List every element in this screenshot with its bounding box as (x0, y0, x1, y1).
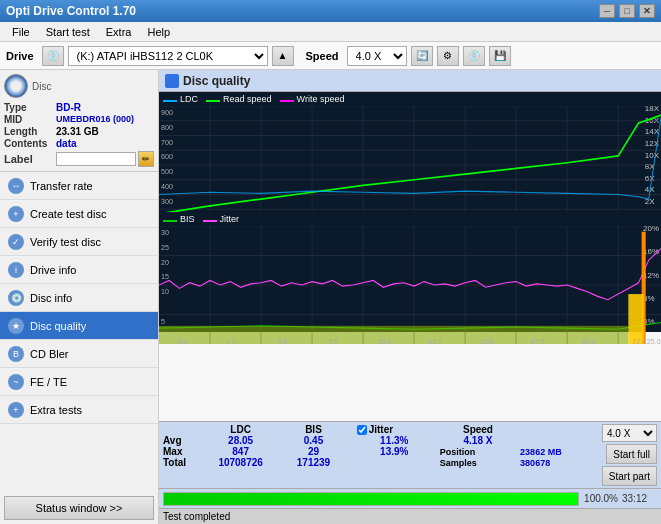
disc-button[interactable]: 💿 (463, 46, 485, 66)
refresh-button[interactable]: 🔄 (411, 46, 433, 66)
bottom-chart-svg: 30 25 20 15 10 5 0.0 2.5 5.0 7.5 10.0 12… (159, 226, 661, 344)
sidebar-item-extra-tests[interactable]: + Extra tests (0, 396, 158, 424)
progress-percent: 100.0% (583, 493, 618, 504)
main-layout: Disc Type BD-R MID UMEBDR016 (000) Lengt… (0, 70, 661, 524)
max-ldc: 847 (199, 446, 282, 457)
menu-start-test[interactable]: Start test (38, 24, 98, 40)
menu-file[interactable]: File (4, 24, 38, 40)
nav-transfer-rate-label: Transfer rate (30, 180, 93, 192)
svg-text:25: 25 (161, 242, 169, 251)
svg-text:25.0 GB: 25.0 GB (647, 337, 661, 344)
drive-selector[interactable]: (K:) ATAPI iHBS112 2 CL0K (68, 46, 268, 66)
sidebar-item-disc-info[interactable]: 💿 Disc info (0, 284, 158, 312)
top-chart-legend: LDC Read speed Write speed (163, 94, 344, 104)
verify-disc-icon: ✓ (8, 234, 24, 250)
bottom-chart: BIS Jitter 20%16%12%8%4% (159, 212, 661, 332)
maximize-button[interactable]: □ (619, 4, 635, 18)
stats-table: LDC BIS Jitter Speed Avg 28. (163, 424, 598, 468)
content-area: Disc quality LDC Read speed (159, 70, 661, 524)
jitter-label: Jitter (220, 214, 240, 224)
status-bar: Test completed (159, 508, 661, 524)
speed-selector[interactable]: 4.0 X (347, 46, 407, 66)
progress-time: 33:12 (622, 493, 657, 504)
legend-read-speed: Read speed (206, 94, 272, 104)
drive-info-icon: i (8, 262, 24, 278)
svg-text:5: 5 (161, 316, 165, 325)
progress-track (163, 492, 579, 506)
save-button[interactable]: 💾 (489, 46, 511, 66)
avg-jitter: 11.3% (353, 435, 436, 446)
sidebar-item-create-test-disc[interactable]: + Create test disc (0, 200, 158, 228)
eject-button[interactable]: ▲ (272, 46, 294, 66)
svg-text:700: 700 (161, 137, 173, 146)
total-bis: 171239 (282, 457, 344, 468)
bottom-chart-legend: BIS Jitter (163, 214, 239, 224)
disc-quality-panel-icon (165, 74, 179, 88)
svg-text:400: 400 (161, 181, 173, 190)
svg-text:15.0: 15.0 (479, 337, 493, 344)
start-full-button[interactable]: Start full (606, 444, 657, 464)
window-controls: ─ □ ✕ (599, 4, 655, 18)
sidebar-item-cd-bler[interactable]: B CD Bler (0, 340, 158, 368)
progress-fill (164, 493, 578, 505)
write-speed-color (280, 100, 294, 102)
start-part-button[interactable]: Start part (602, 466, 657, 486)
label-input[interactable] (56, 152, 136, 166)
svg-text:500: 500 (161, 167, 173, 176)
sidebar-item-transfer-rate[interactable]: ↔ Transfer rate (0, 172, 158, 200)
right-buttons: 4.0 X Start full Start part (602, 424, 657, 486)
max-row-label: Max (163, 446, 199, 457)
jitter-checkbox[interactable] (357, 425, 367, 435)
nav-disc-quality-label: Disc quality (30, 320, 86, 332)
read-speed-label: Read speed (223, 94, 272, 104)
nav-disc-info-label: Disc info (30, 292, 72, 304)
settings-button[interactable]: ⚙ (437, 46, 459, 66)
sidebar-item-drive-info[interactable]: i Drive info (0, 256, 158, 284)
svg-text:900: 900 (161, 108, 173, 117)
svg-text:800: 800 (161, 122, 173, 131)
ldc-col-header: LDC (199, 424, 282, 435)
contents-key: Contents (4, 138, 56, 149)
minimize-button[interactable]: ─ (599, 4, 615, 18)
svg-text:0.0: 0.0 (177, 337, 187, 344)
menu-extra[interactable]: Extra (98, 24, 140, 40)
contents-value: data (56, 138, 77, 149)
disc-length-row: Length 23.31 GB (4, 126, 154, 137)
mid-key: MID (4, 114, 56, 125)
status-window-button[interactable]: Status window >> (4, 496, 154, 520)
speed-label: Speed (306, 50, 339, 62)
disc-info-icon: 💿 (8, 290, 24, 306)
avg-ldc: 28.05 (199, 435, 282, 446)
sidebar-item-disc-quality[interactable]: ★ Disc quality (0, 312, 158, 340)
disc-contents-row: Contents data (4, 138, 154, 149)
svg-text:7.5: 7.5 (328, 337, 338, 344)
write-speed-label: Write speed (297, 94, 345, 104)
bottom-controls: LDC BIS Jitter Speed Avg 28. (159, 421, 661, 488)
bis-color (163, 220, 177, 222)
speed-select[interactable]: 4.0 X (602, 424, 657, 442)
sidebar-item-verify-test-disc[interactable]: ✓ Verify test disc (0, 228, 158, 256)
nav-drive-info-label: Drive info (30, 264, 76, 276)
svg-text:17.5: 17.5 (530, 337, 544, 344)
position-label: Position (436, 446, 520, 457)
legend-bis: BIS (163, 214, 195, 224)
menu-bar: File Start test Extra Help (0, 22, 661, 42)
svg-text:30: 30 (161, 228, 169, 237)
close-button[interactable]: ✕ (639, 4, 655, 18)
samples-label: Samples (436, 457, 520, 468)
speed-col-header: Speed (436, 424, 520, 435)
disc-type-row: Type BD-R (4, 102, 154, 113)
legend-jitter: Jitter (203, 214, 240, 224)
disc-quality-icon: ★ (8, 318, 24, 334)
svg-text:300: 300 (161, 196, 173, 205)
svg-text:20.0: 20.0 (581, 337, 595, 344)
cd-bler-icon: B (8, 346, 24, 362)
disc-quality-title: Disc quality (183, 74, 250, 88)
status-text: Test completed (163, 511, 230, 522)
sidebar-item-fe-te[interactable]: ~ FE / TE (0, 368, 158, 396)
jitter-header-label: Jitter (369, 424, 393, 435)
svg-text:10.0: 10.0 (377, 337, 391, 344)
menu-help[interactable]: Help (139, 24, 178, 40)
label-edit-button[interactable]: ✏ (138, 151, 154, 167)
read-speed-color (206, 100, 220, 102)
